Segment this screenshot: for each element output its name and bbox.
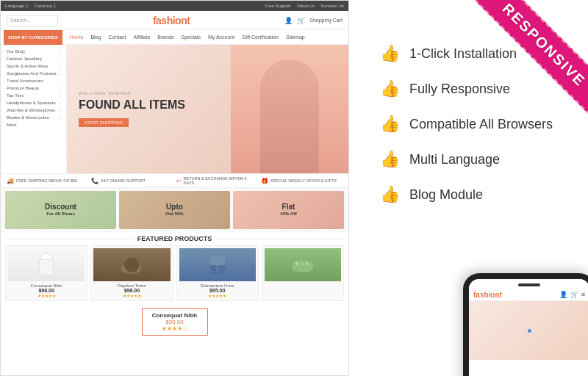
featured-title: FEATURED PRODUCTS [5, 235, 344, 242]
return-icon: ↩ [176, 178, 182, 184]
thumbsup-icon-1: 👍 [379, 79, 401, 98]
sidebar-item-0[interactable]: Our Body› [1, 48, 66, 55]
svg-rect-6 [210, 265, 217, 274]
phone-indicator [528, 329, 531, 333]
promo-flat[interactable]: Flat 40% Off [233, 191, 344, 229]
sidebar-item-2[interactable]: Sports & Active Wear› [1, 62, 66, 70]
phone-preview: fashiont 👤 🛒 ≡ [441, 258, 588, 376]
product-card-0[interactable]: Consequat Nibh $98.00 ★★★★★ [5, 245, 87, 301]
sidebar-item-5[interactable]: Premium Beauty› [1, 84, 66, 92]
nav-blog[interactable]: Blog [90, 35, 101, 40]
sidebar-item-9[interactable]: Blades & Motorcycles› [1, 114, 66, 121]
nav-home[interactable]: Home [70, 35, 84, 40]
thumbsup-icon-4: 👍 [379, 185, 401, 204]
phone-user-icon: 👤 [559, 291, 567, 298]
search-input[interactable]: Search... [7, 15, 58, 26]
phone-cart-icon: 🛒 [570, 291, 578, 298]
site-logo: fashiont [153, 15, 190, 26]
feature-1click-label: 1-Click Installation [409, 46, 517, 62]
nav-categories-button[interactable]: SHOP BY CATEGORIES [4, 30, 62, 45]
product-card-3[interactable] [262, 245, 344, 301]
support-icon: 📞 [91, 178, 98, 184]
thumbsup-icon-3: 👍 [379, 150, 401, 169]
featured-product-name: Consequat Nibh [146, 312, 204, 319]
product-price-1: $98.00 [93, 288, 170, 293]
category-sidebar: Our Body› Fashion Jewellery› Sports & Ac… [1, 45, 67, 173]
currency-selector[interactable]: Currency 1 [35, 4, 56, 8]
cart-icon[interactable]: 🛒 [297, 17, 305, 24]
offer-icon: 🎁 [261, 178, 268, 184]
language-selector[interactable]: Language 1 [5, 4, 29, 8]
promo-banners: Discount For All Shoes Upto Flat 50% Fla… [1, 188, 348, 232]
site-header: Search... fashiont 👤 🛒 Shopping Cart [1, 11, 348, 30]
site-nav: SHOP BY CATEGORIES Home Blog Contact Aff… [1, 30, 348, 45]
sidebar-item-7[interactable]: Headphones & Speakers› [1, 99, 66, 106]
feature-browsers-label: Compatible All Browsers [409, 117, 553, 132]
sidebar-item-4[interactable]: Travel Accessories› [1, 77, 66, 84]
nav-affiliate[interactable]: Affiliate [134, 35, 151, 40]
sidebar-item-1[interactable]: Fashion Jewellery› [1, 55, 66, 62]
feature-language-label: Multi Language [409, 152, 500, 167]
return-text: RETURN & EXCHANGE WITHIN 3 DAYS [184, 176, 258, 185]
phone-screen: fashiont 👤 🛒 ≡ [469, 279, 588, 376]
model-figure [260, 59, 319, 173]
sidebar-item-6[interactable]: Top Toys› [1, 92, 66, 99]
nav-gift[interactable]: Gift Certification [242, 35, 279, 40]
product-image-0 [8, 248, 85, 281]
product-card-2[interactable]: Elementum Urna $95.00 ★★★★★ [176, 245, 259, 301]
product-price-2: $95.00 [179, 288, 256, 293]
svg-point-9 [295, 262, 298, 265]
feature-responsive-label: Fully Responsive [409, 82, 510, 97]
featured-product-stars: ★★★★☆ [146, 325, 204, 332]
shipping-text: FREE SHIPPING ABOVE ON $50 [16, 178, 77, 183]
svg-rect-5 [210, 256, 225, 267]
features-panel: RESPONSIVE 👍 1-Click Installation 👍 Full… [349, 0, 588, 376]
feature-language: 👍 Multi Language [379, 150, 559, 169]
featured-product-price: $99.00 [146, 319, 204, 325]
nav-specials[interactable]: Specials [182, 35, 201, 40]
feature-blog-label: Blog Module [409, 187, 483, 203]
nav-contact[interactable]: Contact [108, 35, 126, 40]
product-card-1[interactable]: Dapibus Tortor $98.00 ★★★★★ [90, 245, 173, 301]
promo-shoes[interactable]: Discount For All Shoes [5, 191, 116, 229]
shipping-icon: 🚚 [7, 178, 14, 184]
nav-sitemap[interactable]: Sitemap [286, 35, 305, 40]
about-link[interactable]: About Us [297, 4, 315, 8]
feature-support: 📞 24/7 ONLINE SUPPORT [91, 176, 173, 185]
nav-myaccount[interactable]: My Account [208, 35, 234, 40]
features-list: 👍 1-Click Installation 👍 Fully Responsiv… [349, 0, 588, 235]
support-link[interactable]: Free Support [265, 4, 291, 8]
sidebar-item-more[interactable]: More [1, 121, 66, 129]
logo-text: fashi [153, 15, 175, 26]
phone-speaker [518, 283, 540, 286]
hero-model-image [231, 45, 348, 173]
phone-screen-content [469, 301, 588, 360]
sidebar-item-3[interactable]: Sunglasses And Footwea› [1, 70, 66, 77]
user-icon[interactable]: 👤 [284, 17, 293, 24]
products-row: Consequat Nibh $98.00 ★★★★★ Dapibus Tort… [5, 245, 344, 301]
sidebar-item-8[interactable]: Watches & Wristwatches› [1, 106, 66, 114]
product-stars-2: ★★★★★ [179, 293, 256, 298]
feature-1click: 👍 1-Click Installation [379, 44, 559, 63]
phone-nav-icon: ≡ [581, 291, 585, 298]
search-placeholder: Search... [10, 18, 31, 23]
summer-link[interactable]: Summer Us [320, 4, 344, 8]
phone-body: fashiont 👤 🛒 ≡ [463, 273, 588, 376]
product-featured-card[interactable]: Consequat Nibh $99.00 ★★★★☆ [142, 308, 208, 336]
promo-upto[interactable]: Upto Flat 50% [119, 191, 230, 229]
thumbsup-icon-0: 👍 [379, 44, 401, 63]
offer-text: SPECIAL WEEKLY OFFER & GIFTS [270, 178, 337, 183]
product-image-2 [179, 248, 256, 281]
svg-point-10 [301, 262, 304, 265]
feature-responsive: 👍 Fully Responsive [379, 79, 559, 98]
website-preview: Language 1 Currency 1 Free Support About… [0, 0, 349, 376]
nav-brands[interactable]: Brands [157, 35, 173, 40]
phone-logo: fashiont [473, 291, 502, 299]
phone-header-icons: 👤 🛒 ≡ [559, 291, 585, 298]
features-bar: 🚚 FREE SHIPPING ABOVE ON $50 📞 24/7 ONLI… [1, 173, 348, 188]
promo-flat-text: Flat 40% Off [277, 200, 299, 220]
feature-blog: 👍 Blog Module [379, 185, 559, 204]
feature-return: ↩ RETURN & EXCHANGE WITHIN 3 DAYS [176, 176, 258, 185]
top-bar: Language 1 Currency 1 Free Support About… [1, 1, 348, 11]
hero-cta-button[interactable]: START SHOPPING [79, 118, 129, 127]
